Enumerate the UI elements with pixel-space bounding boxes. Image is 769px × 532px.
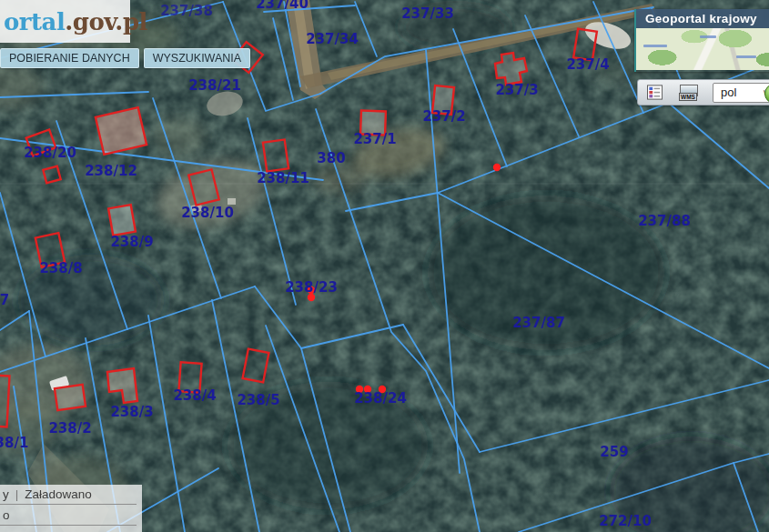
parcel-label: 237/34: [306, 31, 359, 47]
logo-highlight: ortal: [4, 8, 65, 35]
status-panel: y | Załadowano o: [0, 485, 142, 532]
legend-icon[interactable]: [647, 85, 663, 100]
map-toolbar: WMS pol ∨: [637, 79, 769, 105]
menu-wyszukiwania[interactable]: WYSZUKIWANIA: [144, 48, 250, 68]
wms-icon[interactable]: WMS: [679, 85, 698, 101]
parcel-label: 238/23: [285, 279, 338, 296]
status-divider: [0, 525, 137, 526]
parcel-label: 238/2: [48, 420, 91, 437]
building-outline: [55, 385, 86, 410]
parcel-label: 238/8: [39, 260, 82, 276]
main-menu: POBIERANIE DANYCH WYSZUKIWANIA: [0, 48, 250, 68]
language-select[interactable]: pol ∨: [713, 83, 769, 103]
geoportal-map-view: 237/38237/40237/33237/34238/21237/4237/3…: [0, 0, 769, 532]
parcel-label: 272/10: [599, 513, 652, 529]
building-outline: [108, 205, 136, 236]
parcel-label: 238/11: [257, 170, 309, 186]
parcel-label: 238/5: [237, 392, 279, 408]
wms-icon-label: WMS: [679, 93, 697, 101]
status-loaded-text: Załadowano: [25, 487, 92, 501]
status-row-1: y | Załadowano: [0, 485, 142, 503]
parcel-label: 237/1: [353, 131, 396, 147]
parcel-label: 38/1: [0, 435, 28, 451]
parcel-label: 7: [0, 292, 9, 308]
parcel-label: 237/33: [401, 5, 454, 22]
site-logo[interactable]: ortal.gov.pl: [0, 0, 130, 43]
status-row-2: o: [0, 506, 142, 524]
parcel-label: 380: [317, 150, 345, 166]
thumbnail-label-smudge: [643, 45, 667, 47]
marker-dot: [493, 164, 501, 171]
status-divider: [0, 504, 137, 505]
parcel-label: 238/3: [110, 404, 153, 420]
parcel-label: 238/21: [188, 77, 241, 94]
parcel-label: 238/4: [173, 387, 216, 404]
parcel-label: 238/24: [354, 390, 407, 407]
parcel-label: 237/38: [160, 3, 213, 19]
overview-panel: Geoportal krajowy: [634, 9, 769, 72]
thumbnail-label-smudge: [736, 55, 756, 58]
parcel-label: 237/88: [638, 213, 691, 229]
status-second-fragment: o: [3, 508, 10, 522]
parcel-label: 237/2: [422, 108, 465, 125]
overview-map-thumbnail[interactable]: [636, 28, 769, 70]
parcel-label: 237/4: [566, 56, 609, 73]
logo-suffix: .gov.pl: [65, 8, 147, 35]
site-logo-text: ortal.gov.pl: [0, 8, 147, 35]
menu-pobieranie-danych[interactable]: POBIERANIE DANYCH: [0, 48, 139, 68]
parcel-label: 238/12: [85, 163, 137, 179]
overview-panel-title: Geoportal krajowy: [636, 9, 769, 28]
building-outline: [96, 107, 147, 155]
parcel-label: 238/9: [110, 234, 153, 250]
parcel-label: 237/40: [256, 0, 309, 12]
parcel-label: 237/87: [512, 315, 565, 331]
status-left-fragment: y: [3, 487, 9, 501]
thumbnail-label-smudge: [700, 35, 716, 38]
language-select-value: pol: [721, 85, 736, 99]
parcel-label: 259: [600, 444, 628, 460]
parcel-label: 237/3: [495, 82, 538, 98]
parcel-label: 238/10: [181, 205, 234, 221]
parcel-label: 238/20: [24, 145, 76, 161]
status-separator: |: [15, 487, 19, 501]
